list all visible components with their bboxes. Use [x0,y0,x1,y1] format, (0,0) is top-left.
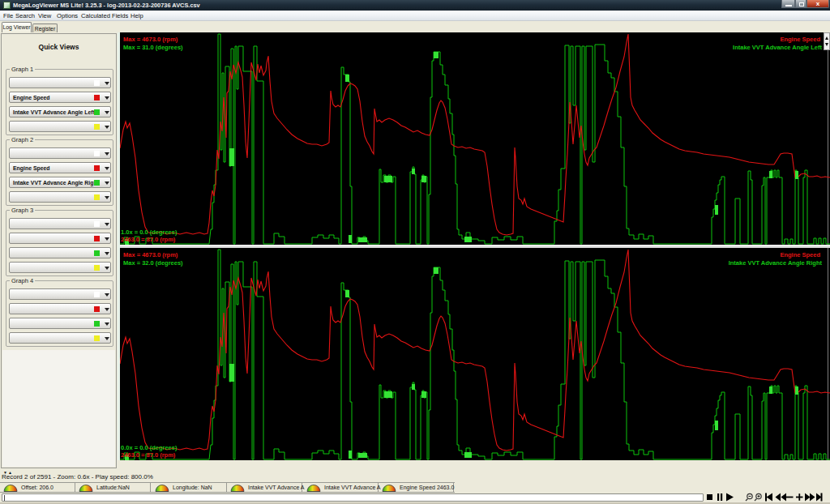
svg-text:Max = 32.0 (degrees): Max = 32.0 (degrees) [123,259,183,267]
svg-text:Engine Speed: Engine Speed [780,251,820,258]
svg-text:Engine Speed: Engine Speed [780,36,820,43]
svg-text:Intake VVT Advance Angle Right: Intake VVT Advance Angle Right [729,259,823,267]
svg-text:Intake VVT Advance Angle Left: Intake VVT Advance Angle Left [733,44,822,51]
svg-text:1.0x = 0.0 (degrees): 1.0x = 0.0 (degrees) [121,229,178,236]
svg-text:Max = 4673.0 (rpm): Max = 4673.0 (rpm) [123,36,178,43]
svg-text:2463.0 = 87.0 (rpm): 2463.0 = 87.0 (rpm) [121,236,176,243]
svg-text:0.0x = 0.0 (degrees): 0.0x = 0.0 (degrees) [121,444,178,451]
svg-text:2463.0 = 87.0 (rpm): 2463.0 = 87.0 (rpm) [121,451,176,459]
svg-text:Max = 4673.0 (rpm): Max = 4673.0 (rpm) [123,251,178,258]
svg-text:Max = 31.0 (degrees): Max = 31.0 (degrees) [123,44,183,51]
